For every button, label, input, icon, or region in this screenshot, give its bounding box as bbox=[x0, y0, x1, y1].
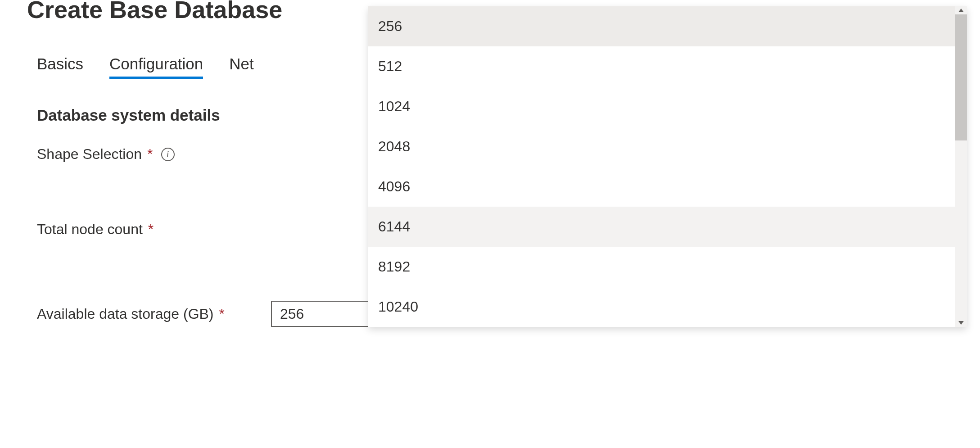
dropdown-option[interactable]: 8192 bbox=[368, 247, 967, 287]
required-indicator: * bbox=[147, 146, 153, 163]
svg-marker-0 bbox=[958, 9, 964, 12]
storage-label-text: Available data storage (GB) bbox=[37, 306, 214, 322]
dropdown-option[interactable]: 512 bbox=[368, 46, 967, 86]
dropdown-option[interactable]: 1024 bbox=[368, 86, 967, 127]
tab-configuration[interactable]: Configuration bbox=[109, 55, 203, 79]
dropdown-option[interactable]: 6144 bbox=[368, 207, 967, 247]
storage-select-value: 256 bbox=[280, 306, 304, 322]
info-icon[interactable]: i bbox=[161, 148, 175, 161]
tab-basics[interactable]: Basics bbox=[37, 55, 83, 79]
node-count-label: Total node count * bbox=[37, 221, 271, 238]
storage-dropdown: 256 512 1024 2048 4096 6144 8192 10240 bbox=[368, 6, 967, 327]
storage-label: Available data storage (GB) * bbox=[37, 306, 271, 322]
node-count-label-text: Total node count bbox=[37, 221, 143, 238]
shape-label: Shape Selection * i bbox=[37, 146, 271, 163]
scrollbar-thumb[interactable] bbox=[955, 14, 967, 140]
required-indicator: * bbox=[219, 306, 225, 322]
tab-networking[interactable]: Net bbox=[229, 55, 253, 79]
required-indicator: * bbox=[148, 221, 154, 238]
shape-label-text: Shape Selection bbox=[37, 146, 142, 163]
dropdown-option[interactable]: 4096 bbox=[368, 167, 967, 207]
scrollbar-arrow-up[interactable] bbox=[955, 6, 967, 14]
svg-marker-1 bbox=[958, 321, 964, 325]
scrollbar-track[interactable] bbox=[955, 6, 967, 327]
dropdown-option[interactable]: 256 bbox=[368, 6, 967, 46]
dropdown-option[interactable]: 10240 bbox=[368, 287, 967, 327]
scrollbar-arrow-down[interactable] bbox=[955, 319, 967, 327]
dropdown-option[interactable]: 2048 bbox=[368, 127, 967, 167]
